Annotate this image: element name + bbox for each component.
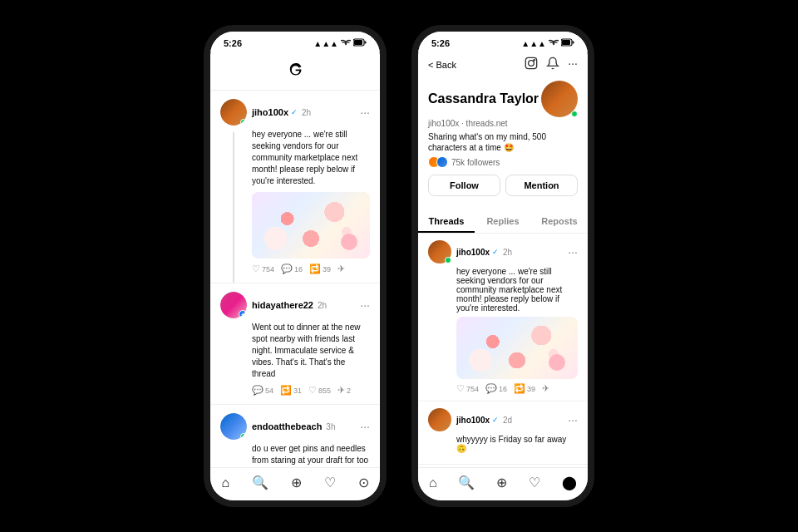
- pp-online-dot-1: [445, 257, 451, 264]
- pp-text-2: whyyyyy is Friday so far away 🙃: [428, 435, 578, 453]
- profile-post-1: jiho100x ✓ 2h ··· hey everyone ... we're…: [418, 234, 588, 401]
- pp-comment-count-1: 16: [499, 385, 507, 393]
- notifications-nav-2[interactable]: ♡: [529, 475, 540, 490]
- profile-post-2: jiho100x ✓ 2d ··· whyyyyy is Friday so f…: [418, 401, 588, 465]
- back-button[interactable]: < Back: [428, 60, 456, 70]
- tab-threads[interactable]: Threads: [418, 211, 475, 233]
- more-options-3[interactable]: ···: [360, 420, 370, 433]
- pp-repost-1[interactable]: 🔁 39: [514, 383, 535, 394]
- time-ago-3: 3h: [326, 422, 335, 431]
- phone-2: 5:26 ▲▲▲ < Back ···: [411, 25, 594, 507]
- comment-btn-1[interactable]: 💬 16: [281, 264, 303, 274]
- like-btn-1[interactable]: ♡ 754: [252, 264, 274, 274]
- profile-header-bar: < Back ···: [418, 52, 588, 77]
- more-options-1[interactable]: ···: [360, 106, 370, 119]
- share-count-2: 2: [347, 387, 351, 395]
- heart-decoration: [341, 234, 357, 250]
- profile-nav-2[interactable]: ⬤: [562, 475, 577, 490]
- notifications-nav[interactable]: ♡: [324, 475, 336, 490]
- threads-logo: [283, 58, 307, 81]
- avatar-endo: [220, 413, 247, 440]
- avatar-hidaya: +: [220, 292, 247, 318]
- pp-meta-1: jiho100x ✓ 2h: [456, 248, 563, 257]
- repost-btn-1[interactable]: 🔁 39: [309, 264, 331, 274]
- wifi-icon-2: [549, 38, 559, 48]
- search-nav[interactable]: 🔍: [252, 475, 268, 490]
- more-options-2[interactable]: ···: [360, 298, 370, 312]
- svg-point-8: [534, 60, 534, 61]
- instagram-icon[interactable]: [525, 57, 538, 72]
- profile-handle: jiho100x · threads.net: [428, 119, 578, 128]
- share-icon-1: ✈: [337, 264, 345, 274]
- follower-avatars: [428, 156, 448, 168]
- more-options-profile[interactable]: ···: [568, 57, 578, 72]
- followers-row: 75k followers: [428, 156, 578, 168]
- share-icon-2: ✈: [337, 385, 345, 396]
- pp-comment-1[interactable]: 💬 16: [485, 383, 507, 394]
- svg-rect-1: [354, 40, 362, 45]
- share-btn-2[interactable]: ✈ 2: [337, 385, 351, 396]
- repost-icon-1: 🔁: [309, 264, 321, 274]
- battery-icon-2: [561, 38, 574, 48]
- post-meta-1: jiho100x ✓ 2h: [252, 107, 355, 117]
- post-image-1: [252, 192, 370, 259]
- pp-like-1[interactable]: ♡ 754: [456, 383, 479, 394]
- post-text-3: do u ever get pins and needles from star…: [220, 443, 370, 467]
- pp-text-1: hey everyone ... we're still seeking ven…: [428, 267, 578, 313]
- status-bar-2: 5:26 ▲▲▲: [418, 32, 588, 52]
- username-3: endoatthebeach: [252, 421, 322, 431]
- comment-count-1: 16: [294, 265, 303, 273]
- comment-btn-2[interactable]: 💬 54: [252, 385, 273, 396]
- domain-label: threads.net: [466, 119, 508, 128]
- profile-name-row: Cassandra Taylor: [428, 81, 578, 117]
- time-ago-2: 2h: [318, 301, 327, 310]
- post-item-2: + hidayathere22 2h ··· Went out to dinne…: [210, 283, 380, 405]
- svg-rect-6: [526, 57, 537, 68]
- profile-nav[interactable]: ⊙: [358, 475, 369, 490]
- phone-1: 5:26 ▲▲▲: [204, 25, 387, 507]
- heart-icon-1: ♡: [252, 264, 260, 274]
- share-btn-1[interactable]: ✈: [337, 264, 345, 274]
- pp-more-2[interactable]: ···: [568, 413, 578, 426]
- status-icons-2: ▲▲▲: [521, 38, 574, 48]
- pp-header-1: jiho100x ✓ 2h ···: [428, 240, 578, 264]
- notifications-icon[interactable]: [546, 57, 559, 72]
- post-header-1: jiho100x ✓ 2h ···: [220, 99, 370, 126]
- pp-share-1[interactable]: ✈: [542, 383, 549, 394]
- pp-image-1: [456, 317, 578, 379]
- like-btn-2[interactable]: ♡ 855: [308, 385, 331, 396]
- home-nav-2[interactable]: ⌂: [429, 475, 437, 490]
- pp-more-1[interactable]: ···: [568, 245, 578, 259]
- svg-rect-2: [365, 42, 367, 44]
- pp-time-1: 2h: [503, 248, 512, 257]
- pp-actions-1: ♡ 754 💬 16 🔁 39 ✈: [428, 383, 578, 394]
- pp-header-2: jiho100x ✓ 2d ···: [428, 408, 578, 431]
- feed-scroll[interactable]: jiho100x ✓ 2h ··· hey everyone ... we're…: [210, 91, 380, 467]
- profile-actions: Follow Mention: [428, 175, 578, 196]
- compose-nav-2[interactable]: ⊕: [496, 475, 507, 490]
- pp-heart-icon-1: ♡: [456, 383, 465, 394]
- follow-button[interactable]: Follow: [428, 175, 500, 196]
- compose-nav[interactable]: ⊕: [291, 475, 302, 490]
- post-header-3: endoatthebeach 3h ···: [220, 413, 370, 440]
- comment-icon-2: 💬: [252, 385, 264, 396]
- mention-button[interactable]: Mention: [505, 175, 578, 196]
- add-badge: +: [239, 310, 247, 318]
- tab-replies[interactable]: Replies: [475, 211, 531, 233]
- repost-count-2: 31: [293, 387, 302, 395]
- tab-reposts[interactable]: Reposts: [531, 211, 588, 233]
- repost-btn-2[interactable]: 🔁 31: [280, 385, 302, 396]
- profile-info: Cassandra Taylor jiho100x · threads.net …: [418, 77, 588, 204]
- svg-rect-4: [562, 40, 570, 45]
- repost-count-1: 39: [323, 265, 331, 273]
- pp-share-icon-1: ✈: [542, 383, 549, 394]
- search-nav-2[interactable]: 🔍: [458, 475, 475, 490]
- thread-line-1: [233, 132, 234, 283]
- repost-icon-2: 🔁: [280, 385, 292, 396]
- pp-avatar-2: [428, 408, 451, 431]
- pp-verified-1: ✓: [492, 248, 499, 256]
- home-nav[interactable]: ⌂: [221, 475, 229, 490]
- pp-verified-2: ✓: [492, 416, 499, 424]
- battery-icon: [353, 38, 367, 48]
- post-actions-1: ♡ 754 💬 16 🔁 39 ✈: [220, 264, 370, 274]
